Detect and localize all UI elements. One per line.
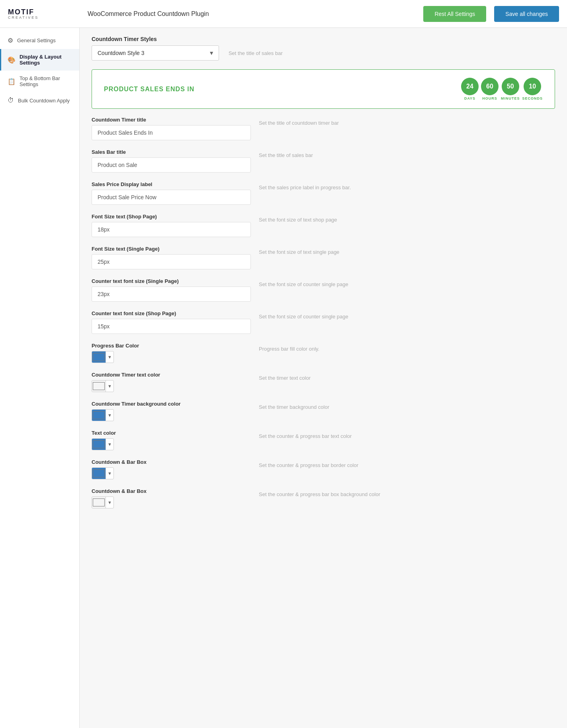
sidebar-item-bulk[interactable]: ⏱ Bulk Countdown Apply xyxy=(0,92,79,109)
color-label-progress_bar_color: Progress Bar Color xyxy=(92,343,251,349)
field-left-sales_price_label: Sales Price Display label xyxy=(92,181,251,205)
color-arrow-progress_bar_color[interactable]: ▼ xyxy=(106,351,113,363)
text-fields-container: Countdown Timer titleSet the title of co… xyxy=(92,117,555,334)
days-circle: 24 xyxy=(461,78,479,95)
color-row-timer_bg_color: Countdonw Timer background color▼Set the… xyxy=(92,401,555,421)
field-label-timer_title: Countdown Timer title xyxy=(92,117,251,123)
gear-icon: ⚙ xyxy=(8,37,13,44)
color-label-timer_bg_color: Countdonw Timer background color xyxy=(92,401,251,407)
color-arrow-timer_bg_color[interactable]: ▼ xyxy=(106,410,113,421)
color-row-text_color: Text color▼Set the counter & progress ba… xyxy=(92,430,555,450)
logo-sub: CREATIVES xyxy=(8,16,39,20)
style-hint: Set the title of sales bar xyxy=(229,50,283,56)
sidebar: ⚙ General Settings 🎨 Display & Layout Se… xyxy=(0,28,80,728)
field-input-timer_title[interactable] xyxy=(92,125,251,140)
color-row-bar_box_bg: Countdown & Bar Box▼Set the counter & pr… xyxy=(92,488,555,508)
color-fields-container: Progress Bar Color▼Progress bar fill col… xyxy=(92,343,555,508)
preview-title: PRODUCT SALES ENDS IN xyxy=(104,86,194,93)
save-button[interactable]: Save all changes xyxy=(494,6,559,22)
countdown-style-select-wrapper[interactable]: Countdown Style 1Countdown Style 2Countd… xyxy=(92,45,219,61)
color-arrow-timer_text_color[interactable]: ▼ xyxy=(106,381,113,392)
field-row-sales_price_label: Sales Price Display labelSet the sales p… xyxy=(92,181,555,205)
field-label-counter_font_shop: Counter text font size (Shop Page) xyxy=(92,310,251,316)
color-picker-text_color[interactable]: ▼ xyxy=(92,438,114,450)
countdown-style-section: Countdown Timer Styles Countdown Style 1… xyxy=(92,36,555,61)
field-left-font_size_shop: Font Size text (Shop Page) xyxy=(92,214,251,237)
field-input-sales_bar_title[interactable] xyxy=(92,157,251,173)
color-hint-bar_box_bg: Set the counter & progress bar box backg… xyxy=(259,488,555,497)
field-row-counter_font_single: Counter text font size (Single Page)Set … xyxy=(92,278,555,302)
field-row-font_size_shop: Font Size text (Shop Page)Set the font s… xyxy=(92,214,555,237)
main-content: Countdown Timer Styles Countdown Style 1… xyxy=(80,28,567,728)
field-left-counter_font_single: Counter text font size (Single Page) xyxy=(92,278,251,302)
color-swatch-bar_box_border[interactable] xyxy=(92,468,106,479)
countdown-minutes: 50 MINUTES xyxy=(501,78,520,100)
field-hint-sales_price_label: Set the sales price label in progress ba… xyxy=(259,181,555,190)
sidebar-item-topbottom[interactable]: 📋 Top & Bottom Bar Settings xyxy=(0,71,79,92)
color-arrow-bar_box_border[interactable]: ▼ xyxy=(106,468,113,479)
logo-text: MOTIF xyxy=(8,8,39,16)
color-label-timer_text_color: Countdonw Timer text color xyxy=(92,372,251,378)
countdown-seconds: 10 SECONDS xyxy=(522,78,543,100)
app-wrapper: MOTIF CREATIVES WooCommerce Product Coun… xyxy=(0,0,567,728)
minutes-circle: 50 xyxy=(502,78,519,95)
color-hint-text_color: Set the counter & progress bar text colo… xyxy=(259,430,555,439)
reset-button[interactable]: Rest All Settings xyxy=(423,6,486,22)
color-picker-timer_text_color[interactable]: ▼ xyxy=(92,380,114,392)
field-row-sales_bar_title: Sales Bar titleSet the title of sales ba… xyxy=(92,149,555,173)
color-row-timer_text_color: Countdonw Timer text color▼Set the timer… xyxy=(92,372,555,392)
color-picker-bar_box_bg[interactable]: ▼ xyxy=(92,496,114,508)
seconds-circle: 10 xyxy=(524,78,541,95)
logo-area: MOTIF CREATIVES xyxy=(8,8,80,20)
color-left-timer_text_color: Countdonw Timer text color▼ xyxy=(92,372,251,392)
field-label-font_size_single: Font Size text (Single Page) xyxy=(92,246,251,252)
color-left-bar_box_border: Countdown & Bar Box▼ xyxy=(92,459,251,479)
minutes-label: MINUTES xyxy=(501,96,520,100)
days-label: DAYS xyxy=(464,96,475,100)
color-left-text_color: Text color▼ xyxy=(92,430,251,450)
color-swatch-progress_bar_color[interactable] xyxy=(92,351,106,363)
field-input-font_size_single[interactable] xyxy=(92,254,251,269)
sidebar-item-display[interactable]: 🎨 Display & Layout Settings xyxy=(0,49,79,71)
app-title: WooCommerce Product Countdown Plugin xyxy=(88,10,415,18)
color-picker-bar_box_border[interactable]: ▼ xyxy=(92,467,114,479)
color-swatch-timer_bg_color[interactable] xyxy=(92,410,106,421)
field-hint-font_size_single: Set the font size of text single page xyxy=(259,246,555,255)
bars-icon: 📋 xyxy=(8,78,16,85)
sidebar-item-bulk-label: Bulk Countdown Apply xyxy=(18,98,70,104)
color-left-bar_box_bg: Countdown & Bar Box▼ xyxy=(92,488,251,508)
color-hint-progress_bar_color: Progress bar fill color only. xyxy=(259,343,555,352)
color-arrow-bar_box_bg[interactable]: ▼ xyxy=(106,497,113,508)
sidebar-item-general[interactable]: ⚙ General Settings xyxy=(0,32,79,49)
color-label-bar_box_border: Countdown & Bar Box xyxy=(92,459,251,465)
field-input-counter_font_shop[interactable] xyxy=(92,319,251,334)
color-hint-timer_bg_color: Set the timer background color xyxy=(259,401,555,410)
color-swatch-timer_text_color[interactable] xyxy=(92,381,106,392)
seconds-label: SECONDS xyxy=(522,96,543,100)
field-label-sales_price_label: Sales Price Display label xyxy=(92,181,251,187)
hours-circle: 60 xyxy=(481,78,499,95)
color-swatch-bar_box_bg[interactable] xyxy=(92,497,106,508)
field-left-counter_font_shop: Counter text font size (Shop Page) xyxy=(92,310,251,334)
countdown-style-select[interactable]: Countdown Style 1Countdown Style 2Countd… xyxy=(92,45,219,61)
color-row-bar_box_border: Countdown & Bar Box▼Set the counter & pr… xyxy=(92,459,555,479)
clock-icon: ⏱ xyxy=(8,97,14,104)
field-input-counter_font_single[interactable] xyxy=(92,286,251,302)
color-left-progress_bar_color: Progress Bar Color▼ xyxy=(92,343,251,363)
field-row-counter_font_shop: Counter text font size (Shop Page)Set th… xyxy=(92,310,555,334)
preview-box: PRODUCT SALES ENDS IN 24 DAYS 60 HOURS 5… xyxy=(92,69,555,109)
color-left-timer_bg_color: Countdonw Timer background color▼ xyxy=(92,401,251,421)
color-hint-timer_text_color: Set the timer text color xyxy=(259,372,555,381)
countdown-days: 24 DAYS xyxy=(461,78,479,100)
color-picker-progress_bar_color[interactable]: ▼ xyxy=(92,351,114,363)
field-left-font_size_single: Font Size text (Single Page) xyxy=(92,246,251,269)
field-input-sales_price_label[interactable] xyxy=(92,190,251,205)
main-body: ⚙ General Settings 🎨 Display & Layout Se… xyxy=(0,28,567,728)
color-arrow-text_color[interactable]: ▼ xyxy=(106,439,113,450)
field-input-font_size_shop[interactable] xyxy=(92,222,251,237)
field-hint-counter_font_shop: Set the font size of counter single page xyxy=(259,310,555,320)
color-picker-timer_bg_color[interactable]: ▼ xyxy=(92,409,114,421)
color-hint-bar_box_border: Set the counter & progress bar border co… xyxy=(259,459,555,468)
field-left-timer_title: Countdown Timer title xyxy=(92,117,251,140)
color-swatch-text_color[interactable] xyxy=(92,439,106,450)
